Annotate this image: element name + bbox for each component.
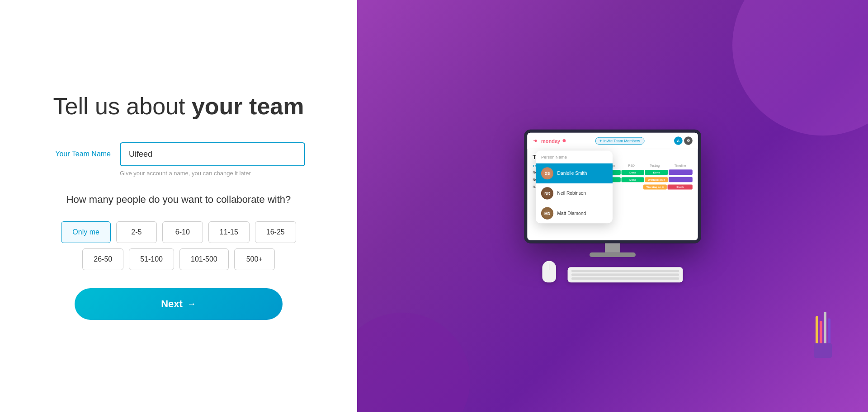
badge-stuck-3: Stuck (668, 184, 693, 189)
badge-rd-2: Done (621, 177, 644, 182)
pencils (816, 312, 830, 343)
popup-name-matt: Matt Diamond (557, 211, 586, 216)
logo-icon (533, 138, 539, 144)
options-row-1: Only me 2-5 6-10 11-15 16-25 (61, 221, 296, 243)
app-header: monday + Invite Team Members A ⚙ (527, 133, 698, 150)
avatar-1: A (674, 136, 683, 145)
monitor-bezel: monday + Invite Team Members A ⚙ (524, 130, 701, 243)
collaborate-question: How many people do you want to collabora… (66, 193, 291, 207)
col-header-testing: Testing (642, 164, 667, 168)
timeline-stuck-3: Stuck (668, 184, 693, 189)
option-26-50[interactable]: 26-50 (82, 248, 123, 270)
option-2-5[interactable]: 2-5 (116, 221, 157, 243)
option-6-10[interactable]: 6-10 (162, 221, 203, 243)
pencil-2 (820, 321, 822, 343)
option-11-15[interactable]: 11-15 (208, 221, 250, 243)
option-51-100[interactable]: 51-100 (129, 248, 174, 270)
title-bold: your team (192, 93, 304, 119)
avatar-gear: ⚙ (684, 136, 693, 145)
mouse (542, 261, 556, 283)
badge-testing-1: Done (645, 170, 668, 175)
avatar-danielle: DS (541, 167, 553, 179)
right-panel: monday + Invite Team Members A ⚙ (357, 0, 868, 412)
invite-label: Invite Team Members (604, 139, 640, 143)
stand-neck (605, 243, 620, 252)
popup-person-neil[interactable]: NR Neil Robinson (536, 183, 613, 203)
popup-person-matt[interactable]: MD Matt Diamond (536, 203, 613, 223)
pencil-3 (824, 312, 826, 343)
col-header-rd: R&D (621, 164, 642, 168)
field-label: Your Team Name (52, 150, 111, 158)
pencil-cup-container (814, 343, 832, 358)
next-button[interactable]: Next → (75, 288, 283, 320)
page-title: Tell us about your team (53, 92, 304, 120)
invite-btn[interactable]: + Invite Team Members (595, 137, 644, 144)
timeline-2 (669, 177, 693, 182)
app-logo: monday (533, 138, 566, 144)
logo-dot (562, 139, 566, 142)
option-101-500[interactable]: 101-500 (179, 248, 229, 270)
badge-rd-1: Done (621, 170, 644, 175)
badge-testing-3: Working on it (643, 184, 667, 189)
person-popup: Person Name DS Danielle Smith NR Neil Ro… (536, 151, 613, 224)
popup-header: Person Name (536, 151, 613, 164)
popup-person-danielle[interactable]: DS Danielle Smith (536, 164, 613, 183)
arrow-icon: → (187, 299, 196, 309)
invite-icon: + (599, 139, 602, 143)
options-grid: Only me 2-5 6-10 11-15 16-25 26-50 51-10… (36, 221, 321, 270)
team-name-input[interactable] (120, 142, 305, 166)
badge-testing-2: Working on it (645, 177, 668, 182)
helper-text: Give your account a name, you can change… (120, 170, 251, 177)
monitor: monday + Invite Team Members A ⚙ (524, 130, 701, 243)
monitor-wrapper: monday + Invite Team Members A ⚙ (524, 130, 701, 282)
popup-name-neil: Neil Robinson (557, 191, 586, 196)
option-only-me[interactable]: Only me (61, 221, 111, 243)
avatar-group: A ⚙ (674, 136, 693, 145)
timeline-1 (669, 169, 693, 175)
option-500-plus[interactable]: 500+ (234, 248, 275, 270)
col-header-timeline: Timeline (668, 164, 692, 168)
options-row-2: 26-50 51-100 101-500 500+ (82, 248, 274, 270)
pencil-1 (816, 316, 818, 343)
monitor-stand (524, 243, 701, 257)
key-row-2 (571, 274, 679, 276)
team-name-group: Your Team Name (52, 142, 305, 166)
key-row-1 (571, 270, 679, 272)
app-name: monday (541, 138, 560, 144)
key-row-3 (571, 277, 679, 280)
avatar-neil: NR (541, 187, 553, 199)
pencil-cup (814, 312, 832, 358)
monitor-screen: monday + Invite Team Members A ⚙ (527, 133, 698, 240)
title-normal: Tell us about (53, 93, 192, 119)
popup-name-danielle: Danielle Smith (557, 171, 587, 176)
avatar-matt: MD (541, 207, 553, 220)
option-16-25[interactable]: 16-25 (255, 221, 296, 243)
svg-rect-1 (533, 140, 535, 141)
left-panel: Tell us about your team Your Team Name G… (0, 0, 357, 412)
stand-base (590, 253, 636, 257)
keyboard (568, 267, 683, 282)
next-label: Next (161, 298, 183, 310)
pencil-4 (828, 318, 830, 343)
desk-items (524, 261, 701, 283)
